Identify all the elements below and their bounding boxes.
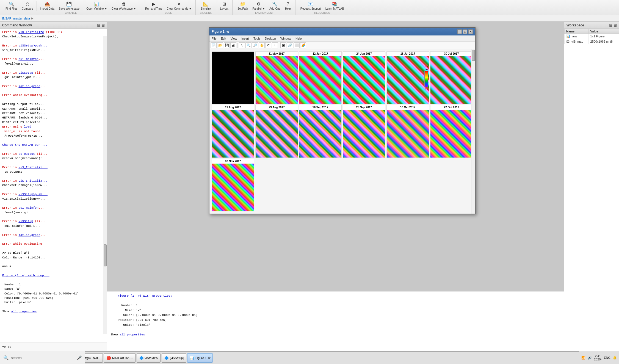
learn-matlab-button[interactable]: 📚 Learn MATLAB [324,1,346,11]
tray-notifications-icon[interactable]: 🔔 [613,356,617,360]
vis-init3-link[interactable]: viS_Initializ... [18,179,48,183]
all-properties-link[interactable]: all properties [11,310,37,313]
plot-cell-1[interactable]: 31 May 2017 [255,51,298,104]
gui-mainfcn2-link[interactable]: gui_mainfcn [18,206,38,209]
find-files-button[interactable]: 🔍 Find Files [4,1,19,11]
fig-menu-file[interactable]: File [211,37,218,40]
fig-cursor-btn[interactable]: ↖ [239,42,245,48]
plot-cell-8[interactable]: 16 Sep 2017 [299,105,342,158]
fig-zoom-btn[interactable]: 🔍 [245,42,252,48]
plot-cell-0[interactable]: 19 May 2017 [212,51,254,104]
breadcrumb-path[interactable]: INSAR_master_data [2,17,30,20]
command-scrollbar-thumb[interactable] [104,244,107,266]
fig-new-btn[interactable]: 📄 [211,42,217,48]
load-link[interactable]: load [24,125,31,128]
plot-cell-6[interactable]: 11 Aug 2017 [212,105,254,158]
fig-print-btn[interactable]: 🖨 [230,42,236,48]
cmd-input[interactable] [12,346,105,349]
figure-restore-btn[interactable]: □ [463,29,467,34]
fig-menu-tools[interactable]: Tools [252,37,262,40]
minimize-icon[interactable]: ⊟ [97,23,100,27]
fig-menu-help[interactable]: Help [294,37,303,40]
fig-props-link[interactable]: Figure (1: w) with properties: [118,294,172,297]
taskbar-item-4[interactable]: 🔷 viStaMPS [137,353,161,363]
save-workspace-button[interactable]: 💾 Save Workspace [57,1,81,11]
fig-menu-insert[interactable]: Insert [240,37,250,40]
matlab-graph-link[interactable]: matlab.graph [18,85,40,88]
change-matlab-link[interactable]: Change the MATLAB curr... [2,143,48,147]
fig-colorbar-btn[interactable]: 🌈 [300,42,306,48]
plot-cell-5[interactable]: 30 Jul 2017 [430,51,473,104]
open-variable-button[interactable]: 📊 Open Variable ▼ [85,1,109,11]
plot-label-1: 31 May 2017 [269,52,284,55]
plot-cell-12[interactable]: 03 Nov 2017 [212,159,254,211]
figure-link[interactable]: Figure (1: w) with prop... [2,274,49,277]
import-data-button[interactable]: 📥 Import Data [38,1,56,11]
figure-close-btn[interactable]: ✕ [468,29,473,34]
fig-menu-desktop[interactable]: Desktop [264,37,277,40]
workspace-minimize-icon[interactable]: ⊟ [609,23,612,27]
add-ons-button[interactable]: 🔧 Add-Ons [268,1,282,11]
fig-link-btn[interactable]: 🔗 [287,42,293,48]
search-input[interactable] [11,356,75,360]
gui-mainfcn-link[interactable]: gui_mainfcn [18,57,38,61]
all-properties-link2[interactable]: all properties [120,333,145,336]
fig-rotate-btn[interactable]: ↺ [265,42,271,48]
fig-insert-btn[interactable]: ⬜ [294,42,300,48]
fig-pan-btn[interactable]: ✋ [259,42,265,48]
taskbar-item-3[interactable]: 🔴 MATLAB R20... [104,353,136,363]
fig-save-btn[interactable]: 💾 [224,42,230,48]
plot-cell-3[interactable]: 24 Jun 2017 [343,51,385,104]
workspace-row-0[interactable]: 📊 ans 1x1 Figure [565,34,619,39]
plot-cell-2[interactable]: 12 Jun 2017 [299,51,342,104]
vissetup-push-link[interactable]: viSSetup>push... [18,44,48,47]
matlab-graph2-link[interactable]: matlab.graph [18,233,40,237]
fig-menu-view[interactable]: View [230,37,238,40]
cortana-icon[interactable]: 🎤 [77,355,82,360]
fig-datacursor-btn[interactable]: + [272,42,278,48]
figure-title: Figure 1: w [212,30,229,34]
fig-menu-edit[interactable]: Edit [220,37,227,40]
figure-minimize-btn[interactable]: _ [457,29,462,34]
command-scrollbar[interactable] [103,36,107,334]
workspace-maximize-icon[interactable]: ⊞ [614,23,617,27]
workspace-row-1[interactable]: 🖼 viS_map 2500x1965 uint8 [565,39,619,44]
clear-commands-button[interactable]: ✕ Clear Commands ▼ [165,1,193,11]
figure-scrollbar[interactable] [471,49,475,214]
plot-cell-9[interactable]: 28 Sep 2017 [343,105,385,158]
plot-label-12: 03 Nov 2017 [225,160,241,163]
plot-cell-7[interactable]: 23 Aug 2017 [255,105,298,158]
prop-number: Number: 1 [110,303,561,308]
fig-open-btn[interactable]: 📂 [217,42,223,48]
request-support-label: Request Support [300,7,321,10]
compare-button[interactable]: ⚖ Compare [20,1,35,11]
plot-cell-11[interactable]: 22 Oct 2017 [430,105,473,158]
vissetup2-link[interactable]: viSSetup [18,220,33,223]
clear-workspace-button[interactable]: 🗑 Clear Workspace ▼ [110,1,138,11]
taskbar-item-5[interactable]: 🔷 [viSSetup] [162,353,186,363]
simulink-button[interactable]: 📐 Simulink [199,1,213,11]
plot-cell-4[interactable]: 18 Jul 2017 -3.1 rad 3.1 [386,51,429,104]
request-support-button[interactable]: 📧 Request Support [299,1,323,11]
set-path-button[interactable]: 📁 Set Path [236,1,250,11]
fig-brush-btn[interactable]: ▣ [280,42,286,48]
save-workspace-label: Save Workspace [59,7,79,10]
vissetup-push2-link[interactable]: viSSetup>push... [18,193,48,196]
fig-menu-window[interactable]: Window [279,37,292,40]
figure-scrollbar-thumb[interactable] [472,50,475,61]
vissetup-link[interactable]: viSSetup [18,71,33,75]
maximize-icon[interactable]: ⊞ [101,23,105,27]
ps-output-link[interactable]: ps_output [18,152,35,156]
taskbar-item-6[interactable]: 📊 Figure 1: w [187,353,213,363]
help-button[interactable]: ? Help [283,1,293,11]
vis-init2-link[interactable]: viS_Initializ... [18,166,48,169]
run-and-time-button[interactable]: ▶ Run and Time [143,1,164,11]
vis-init-link[interactable]: viS_Initialize [18,31,44,34]
fig-zoomout-btn[interactable]: 🔎 [252,42,258,48]
parallel-button[interactable]: ⚙ Parallel ▼ [251,1,267,11]
workspace-col-name: Name [565,29,589,34]
simulink-label: Simulink [201,7,211,10]
layout-button[interactable]: ⊞ Layout [219,1,230,11]
tray-clock[interactable]: 2:41 2020- [594,354,602,361]
plot-cell-10[interactable]: 10 Oct 2017 [386,105,429,158]
